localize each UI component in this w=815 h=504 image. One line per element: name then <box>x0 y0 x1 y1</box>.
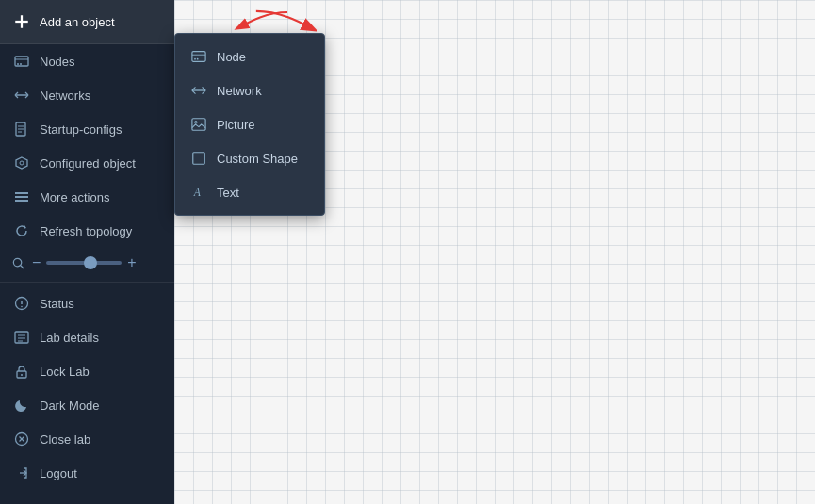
close-lab-icon <box>13 431 30 447</box>
sidebar-item-networks[interactable]: Networks <box>0 78 174 112</box>
startup-configs-label: Startup-configs <box>40 122 122 137</box>
more-actions-label: More actions <box>40 190 109 204</box>
sidebar-item-status[interactable]: Status <box>0 286 174 320</box>
svg-rect-2 <box>15 57 28 66</box>
main-canvas[interactable]: Node Network <box>174 0 815 504</box>
picture-menu-icon <box>190 116 207 133</box>
network-menu-icon <box>190 82 207 99</box>
sidebar-item-close-lab[interactable]: Close lab <box>0 422 174 456</box>
svg-rect-1 <box>15 21 28 23</box>
dropdown-menu: Node Network <box>174 33 325 216</box>
sidebar-item-add-object[interactable]: Add an object <box>0 0 174 44</box>
svg-rect-17 <box>15 196 28 198</box>
svg-point-4 <box>17 63 19 65</box>
more-actions-icon <box>13 188 30 205</box>
close-lab-label: Close lab <box>40 432 90 447</box>
svg-point-23 <box>21 306 23 308</box>
zoom-icon <box>9 254 26 271</box>
svg-rect-18 <box>15 200 28 202</box>
svg-point-36 <box>194 58 196 60</box>
svg-point-5 <box>20 63 22 65</box>
sidebar-item-lock-lab[interactable]: Lock Lab <box>0 354 174 388</box>
logout-icon <box>13 464 30 481</box>
picture-label: Picture <box>217 118 254 132</box>
logout-label: Logout <box>40 466 77 480</box>
zoom-plus-button[interactable]: + <box>127 255 136 270</box>
add-object-label: Add an object <box>40 15 115 29</box>
custom-shape-label: Custom Shape <box>217 152 298 166</box>
sidebar-item-nodes[interactable]: Nodes <box>0 44 174 78</box>
sidebar-item-logout[interactable]: Logout <box>0 456 174 490</box>
zoom-row: − + <box>0 248 174 278</box>
svg-rect-34 <box>192 52 205 62</box>
zoom-slider[interactable] <box>46 261 122 265</box>
svg-rect-43 <box>192 119 205 130</box>
dropdown-item-text[interactable]: A Text <box>175 175 324 209</box>
lock-lab-label: Lock Lab <box>40 365 90 379</box>
arrow-right-indicator <box>251 6 317 39</box>
dropdown-item-node[interactable]: Node <box>175 40 324 73</box>
svg-point-19 <box>13 258 21 266</box>
sidebar-item-startup-configs[interactable]: Startup-configs <box>0 112 174 146</box>
dark-mode-icon <box>13 397 30 414</box>
node-label: Node <box>217 50 246 64</box>
node-menu-icon <box>190 48 207 65</box>
svg-text:A: A <box>193 187 202 198</box>
lab-details-label: Lab details <box>40 331 99 345</box>
text-label: Text <box>217 186 239 200</box>
networks-icon <box>13 87 30 104</box>
networks-label: Networks <box>40 89 90 103</box>
plus-icon <box>13 13 30 30</box>
sidebar-item-configured-object[interactable]: Configured object <box>0 146 174 180</box>
sidebar-item-refresh-topology[interactable]: Refresh topology <box>0 214 174 248</box>
lab-details-icon <box>13 329 30 346</box>
dropdown-item-picture[interactable]: Picture <box>175 107 324 141</box>
text-menu-icon: A <box>190 184 207 201</box>
sidebar: Add an object Nodes Networks <box>0 0 174 504</box>
sidebar-item-more-actions[interactable]: More actions <box>0 180 174 214</box>
dropdown-item-custom-shape[interactable]: Custom Shape <box>175 141 324 175</box>
svg-point-44 <box>195 121 198 123</box>
nodes-label: Nodes <box>40 55 75 69</box>
dropdown-item-network[interactable]: Network <box>175 73 324 107</box>
configured-icon <box>13 154 30 171</box>
svg-point-37 <box>197 58 199 60</box>
sidebar-item-dark-mode[interactable]: Dark Mode <box>0 388 174 422</box>
startup-icon <box>13 121 30 138</box>
svg-rect-16 <box>15 192 28 194</box>
custom-shape-menu-icon <box>190 150 207 167</box>
divider-1 <box>0 282 174 283</box>
status-icon <box>13 295 30 312</box>
svg-point-15 <box>20 161 24 165</box>
svg-line-20 <box>20 265 23 268</box>
refresh-topology-label: Refresh topology <box>40 224 132 238</box>
network-label: Network <box>217 84 262 98</box>
status-label: Status <box>40 297 74 311</box>
configured-object-label: Configured object <box>40 156 136 171</box>
dark-mode-label: Dark Mode <box>40 398 100 413</box>
svg-point-29 <box>21 374 23 376</box>
sidebar-item-lab-details[interactable]: Lab details <box>0 320 174 354</box>
refresh-icon <box>13 222 30 239</box>
zoom-minus-button[interactable]: − <box>32 255 41 270</box>
svg-rect-45 <box>193 153 204 164</box>
nodes-icon <box>13 53 30 70</box>
lock-icon <box>13 363 30 380</box>
